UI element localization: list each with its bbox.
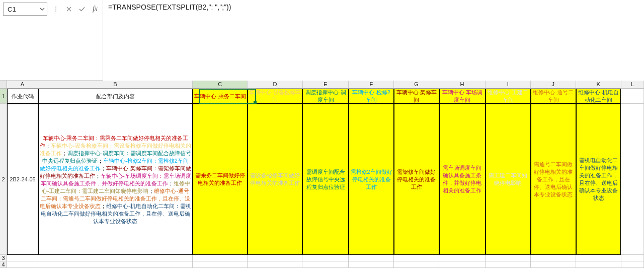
cell-C3[interactable] <box>193 255 248 261</box>
col-header-K[interactable]: K <box>576 81 621 89</box>
fx-icon[interactable]: fx <box>91 5 100 14</box>
cell-F4[interactable] <box>349 261 394 268</box>
cell-K3[interactable] <box>576 255 621 261</box>
cell-E2[interactable]: 需调度车间配合故障信号中央远程复归点位验证 <box>302 104 349 255</box>
cell-C4[interactable] <box>193 261 248 268</box>
cell-E4[interactable] <box>302 261 349 268</box>
cell-D1[interactable]: 车辆中心-设备检修车间 <box>248 89 302 104</box>
cell-I3[interactable] <box>486 255 531 261</box>
b2-segment: ； <box>98 158 103 164</box>
cell-G1[interactable]: 车辆中心-架修车间 <box>394 89 439 104</box>
cancel-formula-icon[interactable] <box>64 5 73 14</box>
cell-B3[interactable] <box>38 255 193 261</box>
header-B: 配合部门及内容 <box>96 93 135 100</box>
cell-L2[interactable] <box>621 104 644 255</box>
value-D2: 需设备检修车间做好停电相关的准备工作 <box>249 172 301 187</box>
value-E2: 需调度车间配合故障信号中央远程复归点位验证 <box>304 168 347 191</box>
col-header-C[interactable]: C <box>193 81 248 89</box>
col-header-A[interactable]: A <box>7 81 38 89</box>
header-E: 调度指挥中心-调度车间 <box>304 89 347 104</box>
col-header-B[interactable]: B <box>38 81 193 89</box>
cell-G4[interactable] <box>394 261 439 268</box>
name-box[interactable]: C1 <box>3 3 47 16</box>
svg-point-2 <box>55 11 56 12</box>
name-box-value: C1 <box>8 6 16 13</box>
cell-L1[interactable] <box>621 89 644 104</box>
select-all-corner[interactable] <box>0 81 7 89</box>
header-K: 维修中心-机电自动化二车间 <box>578 89 620 104</box>
value-G2: 需架修车间做好停电相关的准备工作 <box>395 168 438 191</box>
cell-I4[interactable] <box>486 261 531 268</box>
b2-segment: ； <box>148 188 154 194</box>
cell-D2[interactable]: 需设备检修车间做好停电相关的准备工作 <box>248 104 302 255</box>
col-header-G[interactable]: G <box>394 81 439 89</box>
col-header-D[interactable]: D <box>248 81 302 89</box>
cell-C2[interactable]: 需乘务二车间做好停电相关的准备工作 <box>193 104 248 255</box>
accept-formula-icon[interactable] <box>77 5 87 14</box>
cell-C1[interactable]: 车辆中心-乘务二车间 <box>193 89 248 104</box>
cell-H1[interactable]: 车辆中心-车场调度车间 <box>439 89 486 104</box>
cell-K1[interactable]: 维修中心-机电自动化二车间 <box>576 89 621 104</box>
cell-A4[interactable] <box>7 261 38 268</box>
cell-F2[interactable]: 需检修2车间做好停电相关的准备工作 <box>349 104 394 255</box>
cell-K2[interactable]: 需机电自动化二车间做好停电相关的准备工作，且在停、送电后确认本专业设备状态 <box>576 104 621 255</box>
cell-J4[interactable] <box>531 261 576 268</box>
cell-E3[interactable] <box>302 255 349 261</box>
cell-G3[interactable] <box>394 255 439 261</box>
row-header-2[interactable]: 2 <box>0 104 7 255</box>
b2-segment: ； <box>95 173 101 179</box>
value-H2: 需车场调度车间确认具备施工条件，并做好停电相关的准备工作 <box>441 164 484 194</box>
cell-I2[interactable]: 需工建二车间知晓停电影响 <box>486 104 531 255</box>
header-I: 维修中心-工建二车间 <box>487 89 529 104</box>
table-row: 作业代码 配合部门及内容 车辆中心-乘务二车间 车辆中心-设备检修车间 调度指挥… <box>7 89 644 104</box>
col-header-F[interactable]: F <box>349 81 394 89</box>
col-header-I[interactable]: I <box>486 81 531 89</box>
b2-segment: ； <box>62 150 67 156</box>
cell-F3[interactable] <box>349 255 394 261</box>
cell-D4[interactable] <box>248 261 302 268</box>
header-C: 车辆中心-乘务二车间 <box>194 93 246 100</box>
table-row <box>7 261 644 268</box>
cell-A2[interactable]: 2B2-24-05 <box>7 104 38 255</box>
value-J2: 需通号二车间做好停电相关的准备工作，且在停、送电后确认本专业设备状态 <box>532 161 575 198</box>
cell-J1[interactable]: 维修中心-通号二车间 <box>531 89 576 104</box>
cell-H4[interactable] <box>439 261 486 268</box>
cell-A1[interactable]: 作业代码 <box>7 89 38 104</box>
formula-input-area[interactable]: =TRANSPOSE(TEXTSPLIT(B2,": ",";")) <box>103 0 644 81</box>
svg-point-1 <box>55 9 56 10</box>
chevron-down-icon[interactable] <box>40 7 45 12</box>
table-row <box>7 255 644 261</box>
cell-E1[interactable]: 调度指挥中心-调度车间 <box>302 89 349 104</box>
row-header-1[interactable]: 1 <box>0 89 7 104</box>
value-C2: 需乘务二车间做好停电相关的准备工作 <box>194 172 246 187</box>
cell-J2[interactable]: 需通号二车间做好停电相关的准备工作，且在停、送电后确认本专业设备状态 <box>531 104 576 255</box>
col-header-J[interactable]: J <box>531 81 576 89</box>
cell-B2[interactable]: 车辆中心-乘务二车间：需乘务二车间做好停电相关的准备工作；车辆中心-设备检修车间… <box>38 104 193 255</box>
cell-B4[interactable] <box>38 261 193 268</box>
col-header-E[interactable]: E <box>303 81 349 89</box>
cell-K4[interactable] <box>576 261 621 268</box>
cell-I1[interactable]: 维修中心-工建二车间 <box>486 89 531 104</box>
value-I2: 需工建二车间知晓停电影响 <box>487 172 529 187</box>
cell-L3[interactable] <box>621 255 645 261</box>
cell-D3[interactable] <box>248 255 302 261</box>
b2-segment: ； <box>168 180 174 186</box>
b2-segment: ； <box>101 203 106 209</box>
cell-H2[interactable]: 需车场调度车间确认具备施工条件，并做好停电相关的准备工作 <box>439 104 486 255</box>
value-F2: 需检修2车间做好停电相关的准备工作 <box>350 168 392 191</box>
cell-H3[interactable] <box>439 255 486 261</box>
cell-L4[interactable] <box>621 261 645 268</box>
row-header-3[interactable]: 3 <box>0 255 7 261</box>
col-header-H[interactable]: H <box>439 81 486 89</box>
header-G: 车辆中心-架修车间 <box>395 89 438 104</box>
b2-segment: ； <box>45 143 51 149</box>
col-header-L[interactable]: L <box>621 81 644 89</box>
cell-J3[interactable] <box>531 255 576 261</box>
cell-F1[interactable]: 车辆中心-检修2车间 <box>349 89 394 104</box>
row-header-4[interactable]: 4 <box>0 261 7 268</box>
cell-G2[interactable]: 需架修车间做好停电相关的准备工作 <box>394 104 439 255</box>
cell-A3[interactable] <box>7 255 38 261</box>
cell-B1[interactable]: 配合部门及内容 <box>38 89 193 104</box>
spreadsheet-grid: A B C D E F G H I J K L 1 2 3 4 作业代码 配合部… <box>0 81 644 271</box>
header-J: 维修中心-通号二车间 <box>532 89 575 104</box>
